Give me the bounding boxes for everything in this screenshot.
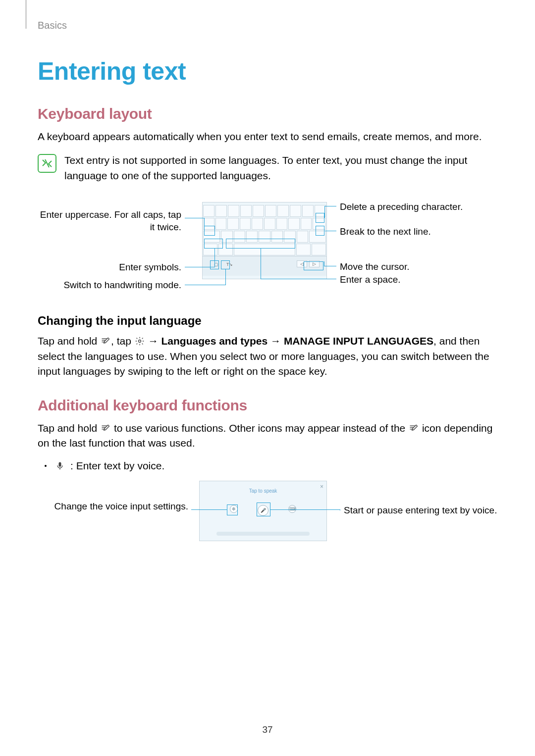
input-language-paragraph: Tap and hold , tap → Languages and types… — [38, 334, 497, 379]
callout-delete: Delete a preceding character. — [340, 201, 498, 213]
additional-functions-paragraph: Tap and hold to use various functions. O… — [38, 421, 497, 451]
note-text: Text entry is not supported in some lang… — [64, 153, 497, 183]
callout-cursor: Move the cursor. — [340, 261, 498, 273]
callout-symbols: Enter symbols. — [38, 261, 181, 274]
callout-nextline: Break to the next line. — [340, 226, 498, 238]
breadcrumb: Basics — [38, 20, 497, 31]
callout-space: Enter a space. — [340, 274, 498, 286]
intro-paragraph: A keyboard appears automatically when yo… — [38, 129, 497, 144]
section-keyboard-layout: Keyboard layout — [38, 105, 497, 122]
note-block: Text entry is not supported in some lang… — [38, 153, 497, 183]
voice-diagram: × Tap to speak ✻ 🎤 ⌨ Change the voice in… — [38, 481, 497, 560]
voice-keyboard-icon: ⌨ — [288, 505, 296, 513]
page-number: 37 — [0, 724, 535, 735]
handwriting-mode-icon — [408, 422, 419, 432]
microphone-icon — [54, 461, 65, 471]
svg-rect-1 — [59, 462, 61, 466]
svg-point-0 — [138, 340, 141, 343]
bullet-voice-text: : Enter text by voice. — [70, 460, 164, 472]
handwriting-mode-icon — [100, 335, 111, 345]
handwriting-mode-icon — [100, 422, 111, 432]
bullet-dot-icon — [45, 465, 47, 467]
tap-to-speak-label: Tap to speak — [200, 488, 326, 494]
section-additional-functions: Additional keyboard functions — [38, 397, 497, 414]
callout-handwriting: Switch to handwriting mode. — [38, 279, 181, 292]
keyboard-diagram: ▢T↘ ◁▷ Enter uppercase. For all caps, ta… — [38, 198, 497, 297]
gear-icon — [134, 335, 145, 345]
page-title: Entering text — [38, 57, 497, 86]
callout-uppercase: Enter uppercase. For all caps, tap it tw… — [38, 209, 181, 233]
bullet-voice: : Enter text by voice. — [38, 460, 497, 472]
callout-voice-start: Start or pause entering text by voice. — [344, 504, 497, 517]
header-rule — [26, 0, 26, 29]
callout-voice-settings: Change the voice input settings. — [38, 501, 188, 513]
note-icon — [38, 154, 56, 173]
subsection-input-language: Changing the input language — [38, 314, 497, 328]
